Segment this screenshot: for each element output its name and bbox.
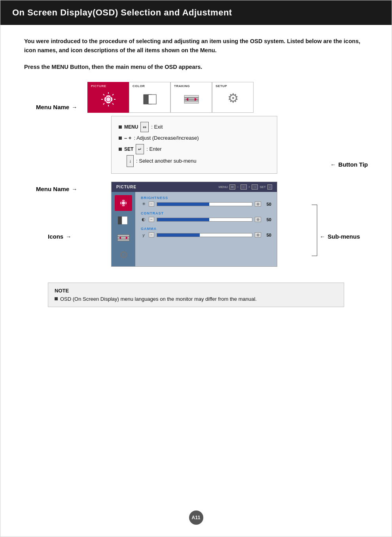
bullet-1 xyxy=(119,125,122,129)
top-menu-bar: PICTURE xyxy=(87,82,254,113)
menu-btn: MENU xyxy=(124,122,138,132)
menu-exit-text: : Exit xyxy=(151,122,163,132)
submenu-icon-traking xyxy=(115,230,132,246)
color-icon xyxy=(133,89,167,109)
svg-point-25 xyxy=(120,204,122,207)
menu-icon-box: ⇔ xyxy=(140,122,149,132)
bullet-3 xyxy=(119,148,122,151)
adjust-text: : Adjust (Decrease/Increase) xyxy=(134,133,199,143)
gamma-track xyxy=(157,233,252,237)
svg-rect-15 xyxy=(148,95,156,104)
picture-icon xyxy=(91,89,125,109)
menu-name-arrow-bottom: → xyxy=(72,186,77,192)
svg-point-26 xyxy=(125,204,127,207)
menu-ctrl-icon: ⇔ xyxy=(229,184,235,190)
brightness-icon: ✳ xyxy=(141,201,146,207)
submenu-brightness: BRIGHTNESS ✳ − ⊕ 50 xyxy=(141,196,271,207)
svg-point-28 xyxy=(125,199,127,202)
menu-tab-traking[interactable]: TRAKING xyxy=(170,82,212,113)
page-number: A11 xyxy=(189,510,203,525)
menu-tab-setup[interactable]: SETUP ⚙ xyxy=(212,82,254,113)
contrast-plus: ⊕ xyxy=(255,217,261,222)
svg-line-9 xyxy=(103,103,104,104)
submenu-icon-color xyxy=(115,213,132,228)
note-title: NOTE xyxy=(55,288,337,294)
svg-line-7 xyxy=(112,103,114,104)
svg-rect-30 xyxy=(122,216,127,224)
contrast-minus: − xyxy=(149,217,154,222)
menu-ctrl: MENU xyxy=(219,185,228,189)
note-text-row: OSD (On Screen Display) menu languages o… xyxy=(55,296,337,302)
submenu-contrast: CONTRAST ◐ − ⊕ 50 xyxy=(141,211,271,222)
contrast-value: 50 xyxy=(263,217,271,222)
svg-point-12 xyxy=(104,95,106,97)
submenu-icons-col: ⚙ xyxy=(112,192,135,266)
picture-tab-label: PICTURE xyxy=(91,84,125,88)
button-tip-arrow-icon: ← xyxy=(330,161,336,168)
svg-point-10 xyxy=(104,101,106,104)
gamma-plus: ⊕ xyxy=(255,232,261,237)
traking-tab-label: TRAKING xyxy=(174,84,208,88)
icons-arrow: → xyxy=(66,233,71,240)
gamma-icon: γ xyxy=(141,233,146,237)
plus-ctrl-box: → xyxy=(252,184,258,190)
plus-ctrl: + xyxy=(248,185,250,189)
header: On Screen Display(OSD) Selection and Adj… xyxy=(0,0,392,25)
menu-name-label-top: Menu Name xyxy=(36,104,69,110)
set-icon-box: ↵ xyxy=(136,144,144,154)
minus-ctrl-box: ← xyxy=(241,184,247,190)
minus-ctrl: − xyxy=(237,185,239,189)
brightness-minus: − xyxy=(149,201,154,207)
contrast-slider-row: ◐ − ⊕ 50 xyxy=(141,217,271,222)
minus-plus-text: – + xyxy=(124,133,131,143)
bullet-2 xyxy=(119,137,122,140)
submenu-header: PICTURE MENU ⇔ − ← + → SET ↓ xyxy=(112,182,277,192)
menu-tab-color[interactable]: COLOR xyxy=(129,82,170,113)
brightness-label: BRIGHTNESS xyxy=(141,196,271,200)
contrast-label: CONTRAST xyxy=(141,211,271,215)
submenu-controls: MENU ⇔ − ← + → SET ↓ xyxy=(219,184,272,190)
submenu-panel: PICTURE MENU ⇔ − ← + → SET ↓ xyxy=(111,182,277,267)
icons-label: Icons xyxy=(48,233,63,240)
set-ctrl-box: ↓ xyxy=(267,184,272,190)
menu-name-arrow-top: → xyxy=(72,104,77,110)
down-icon-box: ↓ xyxy=(127,155,134,167)
gamma-label: GAMMA xyxy=(141,227,271,231)
menu-tab-picture[interactable]: PICTURE xyxy=(87,82,129,113)
button-tip-label: Button Tip xyxy=(338,161,368,168)
brightness-plus: ⊕ xyxy=(255,201,261,207)
gamma-minus: − xyxy=(149,232,154,237)
note-body: OSD (On Screen Display) menu languages o… xyxy=(60,296,257,302)
svg-point-27 xyxy=(120,199,122,202)
submenu-icon-setup: ⚙ xyxy=(115,247,132,263)
brightness-slider-row: ✳ − ⊕ 50 xyxy=(141,201,271,207)
set-btn: SET xyxy=(124,144,133,154)
submenu-content-col: BRIGHTNESS ✳ − ⊕ 50 xyxy=(135,192,277,266)
color-tab-label: COLOR xyxy=(133,84,167,88)
gamma-value: 50 xyxy=(263,233,271,237)
set-ctrl: SET xyxy=(259,185,266,189)
submenu-body: ⚙ BRIGHTNESS ✳ − xyxy=(112,192,277,266)
intro-paragraph: You were introduced to the procedure of … xyxy=(24,37,368,55)
submenus-bracket xyxy=(312,205,317,256)
select-submenu-text: : Select another sub-menu xyxy=(136,156,196,166)
button-tips-box: MENU ⇔ : Exit – + : Adjust (Decrease/Inc… xyxy=(111,116,277,174)
submenu-title: PICTURE xyxy=(116,185,136,189)
svg-text:⚙: ⚙ xyxy=(227,91,239,105)
brightness-value: 50 xyxy=(263,202,271,207)
setup-tab-label: SETUP xyxy=(216,84,250,88)
svg-point-11 xyxy=(110,101,113,104)
note-bullet xyxy=(55,297,58,300)
submenus-arrow: ← xyxy=(320,233,325,240)
contrast-icon: ◐ xyxy=(141,217,146,222)
setup-icon: ⚙ xyxy=(216,89,250,109)
note-section: NOTE OSD (On Screen Display) menu langua… xyxy=(48,283,344,307)
submenu-gamma: GAMMA γ − ⊕ 50 xyxy=(141,227,271,237)
svg-text:⚙: ⚙ xyxy=(119,249,128,261)
header-title: On Screen Display(OSD) Selection and Adj… xyxy=(12,8,232,17)
set-enter-text: : Enter xyxy=(146,144,161,154)
svg-point-1 xyxy=(106,97,111,102)
svg-line-8 xyxy=(112,94,114,95)
submenu-icon-picture xyxy=(115,195,132,211)
svg-point-13 xyxy=(110,95,113,97)
